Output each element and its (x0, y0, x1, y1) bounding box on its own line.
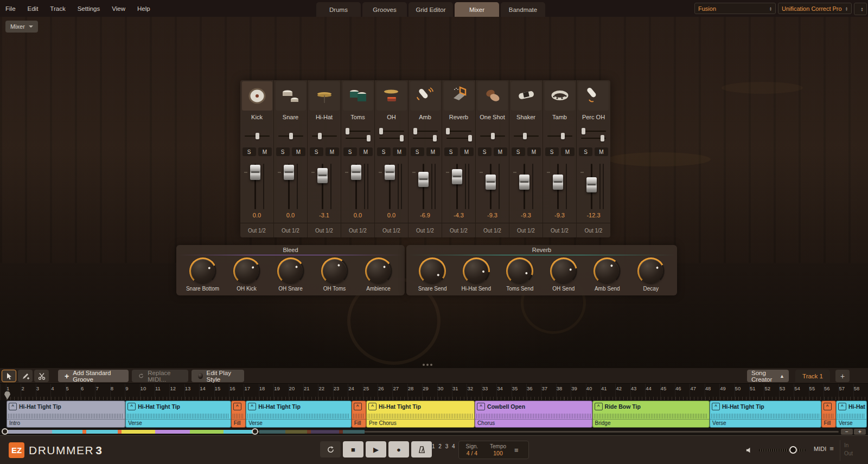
track-tab[interactable]: Track 1 (795, 370, 830, 382)
volume-fader[interactable] (341, 162, 375, 211)
groove-stepper[interactable]: ▲▼ (854, 3, 867, 15)
mute-button[interactable]: M (527, 147, 541, 156)
toms-send-knob[interactable]: Toms Send (502, 257, 538, 292)
solo-button[interactable]: S (310, 147, 323, 156)
play-button[interactable]: ▶ (366, 441, 386, 457)
volume-fader[interactable] (375, 162, 409, 211)
output-routing[interactable]: Out 1/2 (409, 223, 442, 238)
pan-slider[interactable] (446, 128, 471, 135)
groove-block-bridge[interactable]: ^Ride Bow TipBridge (592, 401, 710, 428)
output-routing[interactable]: Out 1/2 (442, 223, 475, 238)
oh-toms-knob[interactable]: OH Toms (317, 257, 353, 292)
toms-icon[interactable] (343, 81, 373, 111)
fader-handle[interactable] (351, 165, 361, 180)
cut-tool-button[interactable] (34, 370, 49, 382)
menu-file[interactable]: File (5, 5, 16, 12)
fader-handle[interactable] (317, 168, 328, 183)
volume-slider-knob[interactable] (789, 446, 797, 454)
replace-midi-button[interactable]: Replace MIDI... (132, 370, 188, 382)
volume-fader[interactable] (509, 162, 543, 211)
kick-drum-icon[interactable] (242, 81, 272, 111)
pan-slider[interactable] (480, 133, 505, 140)
output-routing[interactable]: Out 1/2 (476, 223, 509, 238)
fader-handle[interactable] (418, 172, 429, 187)
chevron-up-icon[interactable]: ^ (354, 403, 362, 410)
pan-slider[interactable] (446, 135, 471, 142)
overhead-cymbals-icon[interactable] (376, 81, 407, 111)
fader-handle[interactable] (486, 175, 496, 190)
draw-tool-button[interactable] (18, 370, 33, 382)
tambourine-icon[interactable] (545, 81, 575, 111)
output-routing[interactable]: Out 1/2 (308, 223, 341, 238)
pan-slider-handle[interactable] (413, 128, 417, 134)
perc-overhead-mic-icon[interactable] (578, 81, 609, 111)
reverb-plate-icon[interactable] (444, 81, 474, 111)
snare-send-knob[interactable]: Snare Send (414, 257, 450, 292)
volume-fader[interactable] (476, 162, 509, 211)
pan-slider[interactable] (379, 128, 404, 135)
groove-block-pre-chorus[interactable]: ^Hi-Hat Tight TipPre Chorus (366, 401, 475, 428)
view-selector-dropdown[interactable]: Mixer (5, 21, 38, 33)
snare-drum-icon[interactable] (276, 81, 306, 111)
volume-fader[interactable] (240, 162, 274, 211)
oh-send-knob[interactable]: OH Send (546, 257, 582, 292)
fader-handle[interactable] (519, 175, 529, 190)
record-button[interactable]: ● (388, 441, 409, 457)
mute-button[interactable]: M (494, 147, 507, 156)
shaker-icon[interactable] (511, 81, 541, 111)
output-routing[interactable]: Out 1/2 (543, 223, 576, 238)
groove-preset-dropdown[interactable]: Unification Correct Pro... ▲▼ (778, 3, 852, 14)
solo-button[interactable]: S (478, 147, 492, 156)
stop-button[interactable]: ■ (343, 441, 363, 457)
output-routing[interactable]: Out 1/2 (274, 223, 307, 238)
mute-button[interactable]: M (426, 147, 440, 156)
groove-block-verse[interactable]: ^Hi-Hat TightVerse (836, 401, 867, 428)
mute-button[interactable]: M (326, 147, 339, 156)
zoom-in-button[interactable]: + (854, 429, 866, 435)
minimap-right-handle[interactable] (252, 428, 258, 435)
solo-button[interactable]: S (411, 147, 424, 156)
pan-slider[interactable] (379, 135, 404, 142)
pan-slider[interactable] (346, 128, 371, 135)
groove-block-verse[interactable]: ^Hi-Hat Tight TipVerse (246, 401, 352, 428)
tab-mixer[interactable]: Mixer (455, 2, 499, 17)
pan-slider-handle[interactable] (400, 135, 404, 141)
fader-handle[interactable] (452, 169, 462, 184)
hi-hat-icon[interactable] (309, 81, 340, 111)
pan-slider[interactable] (581, 128, 606, 135)
volume-fader[interactable] (442, 162, 476, 211)
pan-slider-handle[interactable] (523, 133, 527, 139)
solo-button[interactable]: S (579, 147, 592, 156)
pan-slider[interactable] (278, 133, 303, 140)
volume-fader[interactable] (274, 162, 308, 211)
hi-hat-send-knob[interactable]: Hi-Hat Send (458, 257, 494, 292)
chevron-up-icon[interactable]: ^ (127, 403, 136, 410)
chevron-up-icon[interactable]: ^ (824, 403, 832, 410)
pan-slider[interactable] (413, 135, 438, 142)
edit-play-style-button[interactable]: Edit Play Style (192, 370, 244, 382)
pan-slider[interactable] (413, 128, 438, 135)
solo-button[interactable]: S (276, 147, 290, 156)
midi-menu-icon[interactable]: ≡ (829, 444, 834, 453)
chevron-up-icon[interactable]: ^ (838, 403, 846, 410)
style-preset-dropdown[interactable]: Fusion ▲▼ (694, 3, 776, 14)
output-routing[interactable]: Out 1/2 (375, 223, 408, 238)
ambience-knob[interactable]: Ambience (361, 257, 397, 292)
ambience-mic-icon[interactable] (410, 81, 441, 111)
one-shot-icon[interactable] (477, 81, 508, 111)
solo-button[interactable]: S (444, 147, 458, 156)
solo-button[interactable]: S (377, 147, 391, 156)
solo-button[interactable]: S (343, 147, 357, 156)
tab-bandmate[interactable]: Bandmate (501, 2, 545, 17)
pan-slider[interactable] (312, 133, 337, 140)
groove-block-intro[interactable]: ^Hi-Hat Tight TipIntro (7, 401, 125, 428)
volume-fader[interactable] (543, 162, 577, 211)
tab-grooves[interactable]: Grooves (362, 2, 407, 17)
pan-slider-handle[interactable] (367, 135, 371, 141)
pan-slider-handle[interactable] (601, 135, 604, 141)
count-in-display[interactable]: 1 2 3 4 (432, 443, 456, 449)
pan-slider-handle[interactable] (318, 133, 322, 139)
volume-slider[interactable] (759, 449, 806, 452)
pan-slider-handle[interactable] (582, 128, 585, 134)
groove-block-chorus[interactable]: ^Cowbell OpenChorus (475, 401, 592, 428)
